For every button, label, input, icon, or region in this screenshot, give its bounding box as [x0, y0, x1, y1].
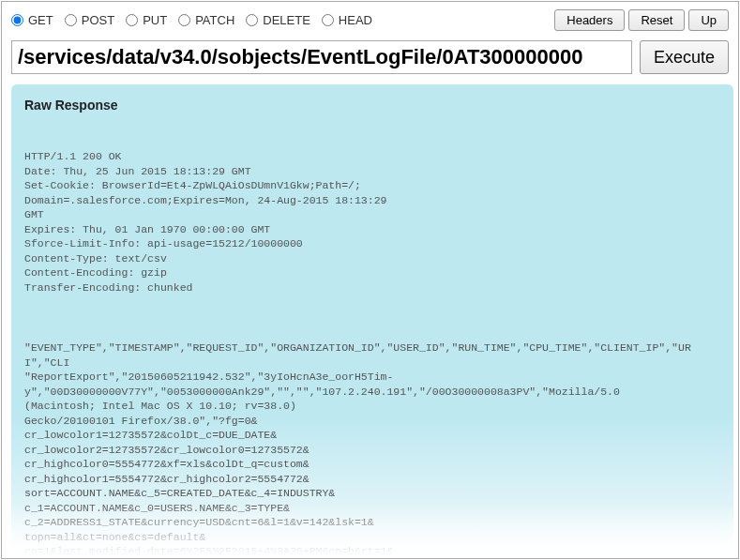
url-input[interactable]: [11, 40, 632, 74]
raw-response-body: "EVENT_TYPE","TIMESTAMP","REQUEST_ID","O…: [24, 341, 720, 558]
method-post-label: POST: [82, 13, 114, 27]
method-patch-label: PATCH: [195, 13, 234, 27]
reset-button[interactable]: Reset: [628, 9, 685, 31]
method-put-radio[interactable]: [126, 14, 138, 26]
method-head-label: HEAD: [339, 13, 372, 27]
raw-response-headers: HTTP/1.1 200 OK Date: Thu, 25 Jun 2015 1…: [24, 149, 720, 295]
method-get-label: GET: [28, 13, 53, 27]
method-patch[interactable]: PATCH: [178, 13, 234, 27]
http-method-group: GET POST PUT PATCH DELETE HEAD: [11, 13, 551, 27]
method-put-label: PUT: [143, 13, 167, 27]
method-patch-radio[interactable]: [178, 14, 190, 26]
raw-response-text[interactable]: HTTP/1.1 200 OK Date: Thu, 25 Jun 2015 1…: [24, 120, 720, 558]
method-delete-label: DELETE: [263, 13, 310, 27]
method-head[interactable]: HEAD: [322, 13, 372, 27]
method-delete[interactable]: DELETE: [246, 13, 310, 27]
method-post[interactable]: POST: [65, 13, 114, 27]
up-button[interactable]: Up: [688, 9, 729, 31]
method-put[interactable]: PUT: [126, 13, 167, 27]
method-get[interactable]: GET: [11, 13, 53, 27]
headers-button[interactable]: Headers: [554, 9, 625, 31]
execute-button[interactable]: Execute: [640, 40, 729, 74]
raw-response-panel: Raw Response HTTP/1.1 200 OK Date: Thu, …: [11, 84, 733, 558]
method-get-radio[interactable]: [11, 14, 23, 26]
raw-response-title: Raw Response: [24, 98, 720, 113]
method-post-radio[interactable]: [65, 14, 77, 26]
method-delete-radio[interactable]: [246, 14, 258, 26]
method-head-radio[interactable]: [322, 14, 334, 26]
